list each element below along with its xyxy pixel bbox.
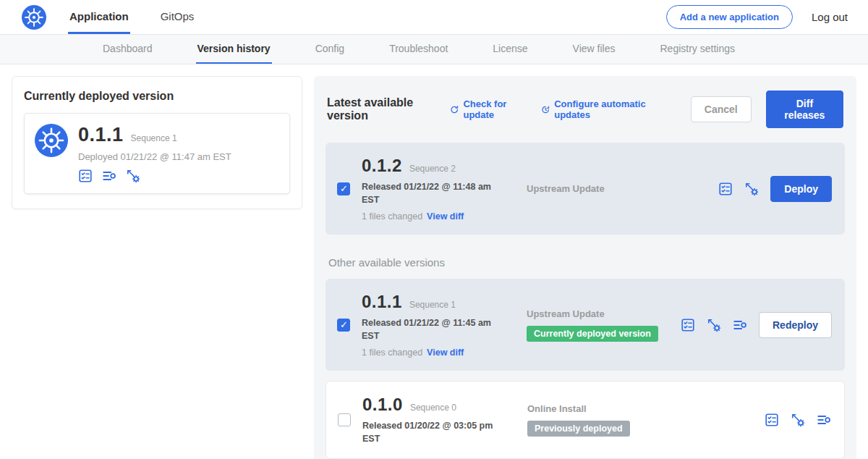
sequence-label: Sequence 0 (410, 403, 456, 413)
app-logo (22, 0, 46, 34)
config-icon[interactable] (126, 169, 140, 183)
subnav-item-view-files[interactable]: View files (571, 35, 617, 64)
tab-gitops[interactable]: GitOps (159, 0, 196, 34)
tab-gitops-label: GitOps (161, 10, 195, 22)
check-for-update-link[interactable]: Check for update (450, 98, 527, 120)
subnav-item-registry-settings[interactable]: Registry settings (658, 35, 736, 64)
deploy-logs-icon[interactable] (102, 169, 116, 183)
view-diff-link[interactable]: View diff (427, 348, 464, 358)
kubernetes-logo-icon (22, 5, 46, 30)
sequence-label: Sequence 2 (409, 164, 456, 174)
subnav-item-troubleshoot[interactable]: Troubleshoot (388, 35, 449, 64)
release-notes-icon[interactable] (718, 182, 733, 196)
main-content: Currently deployed version 0.1.1 Sequenc… (0, 64, 868, 459)
kubernetes-logo-icon (35, 124, 68, 157)
released-timestamp: Released 01/20/22 @ 03:05 pm EST (362, 420, 500, 445)
application-subnav: Dashboard Version history Config Trouble… (0, 35, 868, 64)
deploy-button[interactable]: Deploy (770, 176, 832, 202)
version-source-label: Upstream Update (527, 308, 605, 319)
version-number: 0.1.0 (362, 395, 403, 415)
currently-deployed-title: Currently deployed version (24, 90, 290, 103)
version-checkbox[interactable] (338, 413, 351, 426)
sequence-label: Sequence 1 (409, 300, 456, 310)
latest-available-title: Latest available version (327, 96, 435, 122)
logout-link[interactable]: Log out (812, 11, 848, 23)
tab-application-label: Application (69, 10, 129, 22)
release-notes-icon[interactable] (78, 169, 93, 183)
deployed-version-number: 0.1.1 (78, 124, 124, 146)
clock-icon (541, 104, 550, 115)
configure-automatic-updates-label: Configure automatic updates (554, 98, 662, 120)
version-number: 0.1.1 (362, 292, 402, 312)
top-navigation: Application GitOps Add a new application… (0, 0, 868, 35)
deploy-logs-icon[interactable] (733, 318, 747, 332)
currently-deployed-panel: Currently deployed version 0.1.1 Sequenc… (12, 76, 302, 209)
deploy-logs-icon[interactable] (817, 413, 831, 427)
release-notes-icon[interactable] (765, 413, 779, 427)
configure-automatic-updates-link[interactable]: Configure automatic updates (541, 98, 662, 120)
files-changed-label: 1 files changed (362, 211, 422, 222)
deployed-version-card: 0.1.1 Sequence 1 Deployed 01/21/22 @ 11:… (24, 113, 290, 194)
version-row-0-1-1: 0.1.1 Sequence 1 Released 01/21/22 @ 11:… (326, 279, 845, 371)
cancel-button[interactable]: Cancel (691, 96, 752, 122)
config-icon[interactable] (744, 182, 759, 196)
release-notes-icon[interactable] (681, 318, 695, 332)
released-timestamp: Released 01/21/22 @ 11:48 am EST (362, 181, 499, 206)
released-timestamp: Released 01/21/22 @ 11:45 am EST (362, 317, 499, 342)
version-source-label: Upstream Update (527, 183, 605, 194)
refresh-icon (450, 104, 459, 115)
view-diff-link[interactable]: View diff (427, 211, 464, 222)
deployed-sequence-label: Sequence 1 (131, 133, 177, 143)
version-history-panel: Latest available version Check for updat… (314, 76, 856, 459)
config-icon[interactable] (707, 318, 721, 332)
version-checkbox[interactable] (337, 182, 350, 195)
version-checkbox[interactable] (337, 319, 350, 332)
version-row-0-1-0: 0.1.0 Sequence 0 Released 01/20/22 @ 03:… (326, 381, 845, 459)
subnav-item-license[interactable]: License (491, 35, 529, 64)
check-for-update-label: Check for update (463, 98, 526, 120)
version-source-label: Online Install (527, 403, 587, 414)
deployed-timestamp: Deployed 01/21/22 @ 11:47 am EST (78, 151, 231, 162)
redeploy-button[interactable]: Redeploy (759, 312, 832, 338)
config-icon[interactable] (791, 413, 805, 427)
files-changed-label: 1 files changed (362, 348, 422, 358)
currently-deployed-badge: Currently deployed version (527, 326, 658, 342)
subnav-item-version-history[interactable]: Version history (196, 35, 272, 64)
add-new-application-button[interactable]: Add a new application (666, 5, 793, 29)
tab-application[interactable]: Application (68, 0, 130, 34)
subnav-item-config[interactable]: Config (314, 35, 346, 64)
version-number: 0.1.2 (362, 156, 402, 176)
subnav-item-dashboard[interactable]: Dashboard (101, 35, 154, 64)
diff-releases-button[interactable]: Diff releases (766, 90, 843, 128)
other-versions-title: Other available versions (328, 256, 845, 269)
previously-deployed-badge: Previously deployed (527, 421, 630, 437)
version-row-0-1-2: 0.1.2 Sequence 2 Released 01/21/22 @ 11:… (326, 143, 845, 235)
